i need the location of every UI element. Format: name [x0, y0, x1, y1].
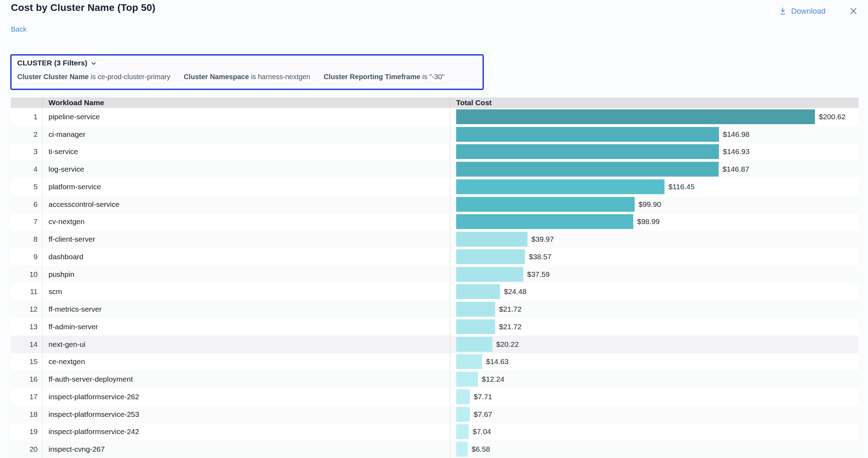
row-cost-cell: $12.24 [450, 370, 859, 388]
table-row: 20 inspect-cvng-267 $6.58 [11, 440, 859, 458]
table-row: 14 next-gen-ui $20.22 [11, 336, 859, 353]
row-rank: 10 [11, 266, 42, 283]
table-row: 7 cv-nextgen $98.99 [11, 213, 859, 231]
cost-bar [456, 214, 633, 229]
row-cost-cell: $24.48 [450, 283, 859, 301]
cost-bar [456, 389, 470, 404]
download-button[interactable]: Download [778, 7, 825, 16]
cost-bar [456, 337, 492, 352]
cost-value: $116.45 [668, 183, 694, 191]
row-rank: 8 [11, 230, 42, 248]
row-rank: 16 [11, 370, 42, 388]
cost-value: $21.72 [499, 323, 522, 331]
cost-value: $24.48 [504, 287, 526, 296]
row-rank: 2 [11, 126, 42, 143]
table-row: 3 ti-service $146.93 [11, 143, 859, 161]
filter-condition: Cluster Cluster Name is ce-prod-cluster-… [17, 73, 170, 81]
row-cost-cell: $146.87 [450, 160, 859, 178]
row-workload-name: inspect-cvng-267 [42, 440, 450, 458]
cost-bar [456, 284, 500, 299]
cost-bar [456, 267, 523, 282]
table-row: 19 inspect-platformservice-242 $7.04 [11, 423, 859, 441]
row-cost-cell: $7.04 [450, 423, 859, 441]
row-cost-cell: $37.59 [450, 266, 859, 283]
header-rank-column [11, 97, 42, 108]
filter-conditions: Cluster Cluster Name is ce-prod-cluster-… [17, 73, 477, 81]
cost-value: $14.63 [486, 357, 509, 366]
cost-value: $38.57 [529, 253, 551, 261]
cost-bar [456, 197, 635, 212]
row-rank: 5 [11, 178, 42, 196]
table-header: Workload Name Total Cost [11, 97, 859, 108]
row-rank: 15 [11, 353, 42, 371]
row-cost-cell: $146.98 [450, 126, 859, 143]
close-button[interactable] [849, 6, 858, 16]
row-workload-name: inspect-platformservice-242 [42, 423, 450, 441]
table-row: 9 dashboard $38.57 [11, 248, 859, 266]
cost-value: $146.98 [723, 130, 750, 139]
table-row: 18 inspect-platformservice-253 $7.67 [11, 406, 859, 423]
cost-value: $37.59 [527, 270, 550, 279]
row-workload-name: ff-metrics-server [42, 300, 450, 318]
cost-bar [456, 319, 495, 334]
filter-group-toggle[interactable]: CLUSTER (3 Filters) [17, 59, 97, 67]
row-rank: 14 [11, 336, 42, 353]
cost-bar [456, 109, 815, 124]
row-rank: 4 [11, 160, 42, 178]
cost-value: $21.72 [499, 305, 522, 313]
table-row: 17 inspect-platformservice-262 $7.71 [11, 388, 859, 406]
row-workload-name: ff-client-server [42, 230, 450, 248]
cost-value: $6.58 [472, 445, 490, 453]
table-row: 11 scm $24.48 [11, 283, 859, 301]
row-cost-cell: $146.93 [450, 143, 859, 161]
row-cost-cell: $7.67 [450, 406, 859, 423]
table-row: 13 ff-admin-server $21.72 [11, 318, 859, 336]
cost-value: $12.24 [482, 375, 504, 383]
row-cost-cell: $38.57 [450, 248, 859, 266]
cost-value: $200.62 [819, 113, 846, 121]
cost-bar [456, 232, 527, 247]
cost-value: $20.22 [496, 340, 519, 349]
row-cost-cell: $116.45 [450, 178, 859, 196]
row-cost-cell: $6.58 [450, 440, 859, 458]
row-workload-name: ci-manager [42, 126, 450, 143]
row-workload-name: ff-admin-server [42, 318, 450, 336]
cost-bar [456, 249, 525, 264]
cost-bar [456, 179, 665, 194]
table-row: 12 ff-metrics-server $21.72 [11, 300, 859, 318]
row-rank: 3 [11, 143, 42, 161]
cost-value: $146.93 [723, 147, 750, 156]
row-rank: 17 [11, 388, 42, 406]
table-row: 5 platform-service $116.45 [11, 178, 859, 196]
row-cost-cell: $14.63 [450, 353, 859, 371]
row-workload-name: ce-nextgen [42, 353, 450, 371]
table-row: 2 ci-manager $146.98 [11, 126, 859, 143]
table-row: 8 ff-client-server $39.97 [11, 230, 859, 248]
row-cost-cell: $21.72 [450, 318, 859, 336]
cost-bar [456, 127, 719, 142]
cost-table: Workload Name Total Cost 1 pipeline-serv… [11, 97, 859, 458]
row-rank: 7 [11, 213, 42, 231]
row-workload-name: log-service [42, 160, 450, 178]
row-workload-name: scm [42, 283, 450, 301]
header-workload-name: Workload Name [42, 97, 450, 108]
row-workload-name: accesscontrol-service [42, 196, 450, 213]
table-row: 10 pushpin $37.59 [11, 266, 859, 283]
filter-panel: CLUSTER (3 Filters) Cluster Cluster Name… [10, 54, 484, 90]
row-cost-cell: $39.97 [450, 230, 859, 248]
cost-bar [456, 354, 482, 369]
cost-value: $7.71 [474, 393, 492, 401]
cost-value: $146.87 [723, 165, 749, 173]
download-icon [778, 7, 787, 15]
table-row: 1 pipeline-service $200.62 [11, 108, 859, 126]
download-label: Download [791, 7, 825, 16]
row-rank: 20 [11, 440, 42, 458]
header-total-cost: Total Cost [450, 97, 859, 108]
row-cost-cell: $21.72 [450, 300, 859, 318]
row-workload-name: pipeline-service [42, 108, 450, 126]
row-workload-name: platform-service [42, 178, 450, 196]
back-link[interactable]: Back [11, 25, 26, 33]
row-rank: 19 [11, 423, 42, 441]
row-cost-cell: $20.22 [450, 336, 859, 353]
cost-bar [456, 162, 719, 177]
